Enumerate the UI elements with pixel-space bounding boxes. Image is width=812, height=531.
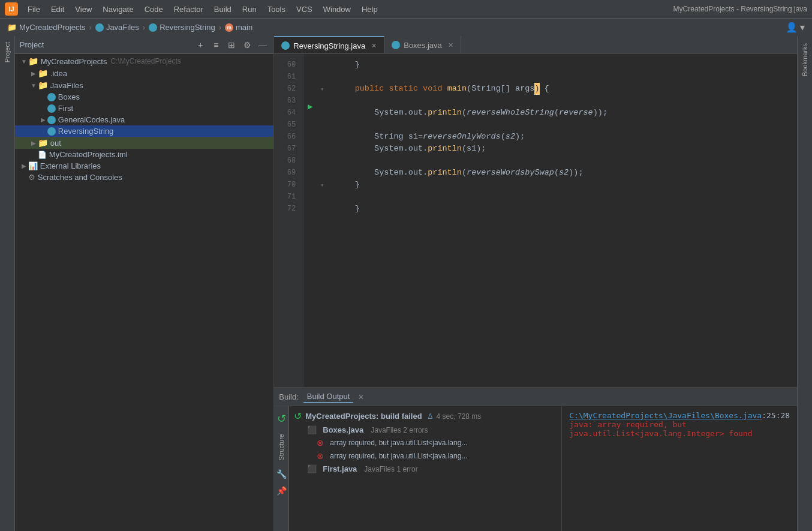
boxes-error-icon: ⬛ [307,425,317,434]
tab-close-boxes[interactable]: ✕ [448,41,453,49]
menu-navigate[interactable]: Navigate [98,4,138,15]
fold-column: ▾ ▾ [316,54,328,387]
build-summary-item[interactable]: ↺ MyCreatedProjects: build failed Δ 4 se… [289,409,561,424]
menu-edit[interactable]: Edit [46,4,69,15]
menu-window[interactable]: Window [318,4,356,15]
structure-icon[interactable]: Structure [276,429,287,466]
expand-arrow-mycreatedprojects[interactable]: ▼ [20,58,28,65]
menu-help[interactable]: Help [357,4,383,15]
tree-item-mycreatedprojects[interactable]: ▼ 📁 MyCreatedProjects C:\MyCreatedProjec… [15,55,273,67]
close-bottom-tab[interactable]: ✕ [358,393,364,401]
javafiles-icon [95,23,104,32]
breadcrumb-javafiles[interactable]: JavaFiles [95,23,139,32]
toolbar-collapse-all-btn[interactable]: ≡ [210,39,222,51]
build-output-console: C:\MyCreatedProjects\JavaFiles\Boxes.jav… [562,406,797,531]
build-error-1[interactable]: ⊗ array required, but java.util.List<jav… [289,436,561,449]
profile-icon[interactable]: 👤 ▾ [786,22,805,33]
tree-item-iml[interactable]: ▶ 📄 MyCreatedProjects.iml [15,149,273,160]
editor-tabs-bar: ReversingString.java ✕ Boxes.java ✕ [274,36,797,54]
java-icon-first [47,104,56,113]
menu-build[interactable]: Build [209,4,236,15]
menu-vcs[interactable]: VCS [291,4,317,15]
error-location: :25:28 [762,411,790,420]
expand-arrow-generalcodes[interactable]: ▶ [39,116,47,123]
menu-bar: IJ File Edit View Navigate Code Refactor… [0,0,812,18]
tab-close-reversingstring[interactable]: ✕ [371,42,377,50]
menu-refactor[interactable]: Refactor [169,4,208,15]
ln-65: 65 [274,119,299,131]
tree-item-scratches[interactable]: ▶ ⚙ Scratches and Consoles [15,172,273,183]
build-error-2[interactable]: ⊗ array required, but java.util.List<jav… [289,449,561,463]
toolbar-settings-btn[interactable]: ⚙ [241,39,253,51]
expand-arrow-out[interactable]: ▶ [29,140,38,146]
file-icon-iml: 📄 [38,151,47,159]
tab-boxes[interactable]: Boxes.java ✕ [384,36,461,53]
menu-file[interactable]: File [23,4,45,15]
build-item-boxes[interactable]: ⬛ Boxes.java JavaFiles 2 errors [289,424,561,436]
output-line-1: C:\MyCreatedProjects\JavaFiles\Boxes.jav… [569,411,790,420]
tree-item-first[interactable]: ▶ First [15,103,273,114]
breadcrumb-reversingstring[interactable]: ReversingString [149,23,215,32]
java-icon-reversingstring [47,127,56,136]
breadcrumb-main[interactable]: m main [225,23,252,32]
project-panel: Project + ≡ ⊞ ⚙ — ▼ 📁 MyCreatedProjects … [15,36,274,531]
scratches-icon: ⚙ [28,173,35,182]
code-content[interactable]: } public static void main(String[] args)… [328,54,797,387]
app-icon: IJ [5,2,18,16]
extlibs-icon: 📊 [28,161,38,170]
tree-item-extlibs[interactable]: ▶ 📊 External Libraries [15,160,273,172]
output-line-2: java: array required, but java.util.List… [569,420,790,438]
tab-reversingstring[interactable]: ReversingString.java ✕ [274,36,384,53]
expand-arrow-extlibs[interactable]: ▶ [20,163,28,169]
build-item-first[interactable]: ⬛ First.java JavaFiles 1 error [289,463,561,475]
rebuild-icon[interactable]: ↺ [275,409,288,429]
tree-item-javafiles[interactable]: ▼ 📁 JavaFiles [15,79,273,91]
menu-items: File Edit View Navigate Code Refactor Bu… [23,4,673,15]
project-toolbar: Project + ≡ ⊞ ⚙ — [15,36,273,54]
bookmarks-icon[interactable]: Bookmarks [799,38,810,81]
code-area: 60 61 62 63 64 65 66 67 68 69 70 71 72 [274,54,797,387]
first-error-icon: ⬛ [307,464,317,473]
breadcrumb-project[interactable]: 📁 MyCreatedProjects [7,23,86,32]
editor-area: ReversingString.java ✕ Boxes.java ✕ 60 6… [274,36,797,531]
first-file-name: First.java [323,464,357,473]
toolbar-expand-btn[interactable]: ⊞ [225,39,237,51]
folder-icon-out: 📁 [38,138,48,148]
ln-67: 67 [274,143,299,155]
code-line-72: } [335,203,790,215]
tree-item-boxes[interactable]: ▶ Boxes [15,91,273,103]
tree-item-idea[interactable]: ▶ 📁 .idea [15,67,273,79]
menu-tools[interactable]: Tools [263,4,290,15]
expand-arrow-idea[interactable]: ▶ [29,70,38,77]
toolbar-add-btn[interactable]: + [194,39,206,51]
fold-marker-70[interactable]: ▾ [316,179,328,191]
menu-run[interactable]: Run [237,4,261,15]
fold-marker-62[interactable]: ▾ [316,83,328,95]
folder-icon-idea: 📁 [38,68,48,78]
pin-icon[interactable]: 📌 [274,482,289,499]
toolbar-minimize-btn[interactable]: — [257,39,269,51]
file-tree: ▼ 📁 MyCreatedProjects C:\MyCreatedProjec… [15,54,273,531]
folder-icon-mycreatedprojects: 📁 [28,56,38,66]
code-line-60: } [335,59,790,71]
error-icon-2: ⊗ [317,451,324,461]
tree-item-reversingstring[interactable]: ▶ ReversingString [15,125,273,137]
tree-item-generalcodes[interactable]: ▶ GeneralCodes.java [15,114,273,125]
expand-arrow-javafiles[interactable]: ▼ [29,82,38,89]
menu-code[interactable]: Code [140,4,168,15]
project-panel-label: Project [20,40,191,49]
reversingstring-icon [149,23,157,32]
tree-item-out[interactable]: ▶ 📁 out [15,137,273,149]
wrench-icon[interactable]: 🔧 [274,466,289,482]
error-file-link[interactable]: C:\MyCreatedProjects\JavaFiles\Boxes.jav… [569,411,762,420]
sidebar-project-tab[interactable]: Project [1,36,13,68]
path-label: C:\MyCreatedProjects [110,57,181,65]
code-line-64: System.out.println(reverseWholeString(re… [335,107,790,119]
run-button-line62[interactable]: ▶ [308,101,312,113]
tab-java-icon-2 [392,41,400,49]
build-output-tab[interactable]: Build Output [303,391,354,403]
code-line-71 [335,191,790,203]
bottom-left-icons: ↺ Structure 🔧 📌 [274,406,289,531]
menu-view[interactable]: View [70,4,97,15]
ln-63: 63 [274,95,299,107]
